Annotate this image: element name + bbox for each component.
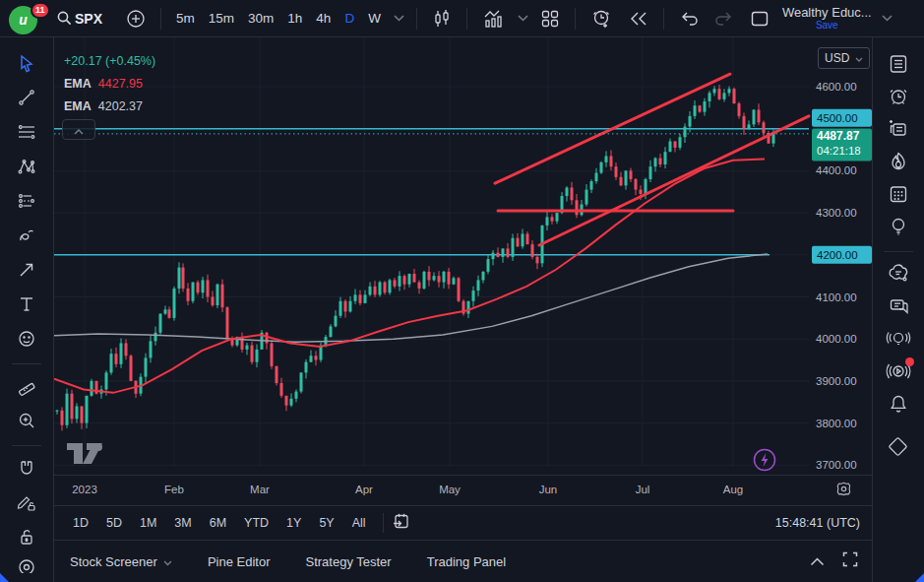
magnet-mode-button[interactable] — [8, 452, 45, 486]
chart-grid — [54, 37, 809, 467]
chevron-down-icon — [882, 15, 893, 22]
emoji-tool-button[interactable] — [8, 323, 45, 357]
object-tree-button[interactable] — [881, 435, 916, 457]
eye-icon — [17, 555, 36, 573]
legend-collapse-button[interactable] — [62, 119, 95, 140]
hotlists-button[interactable] — [881, 147, 916, 179]
time-axis-label: Feb — [164, 484, 184, 495]
layout-grid-button[interactable] — [533, 4, 567, 33]
create-alert-button[interactable] — [584, 4, 620, 33]
range-1y[interactable]: 1Y — [277, 513, 310, 533]
streams-button[interactable] — [881, 324, 916, 356]
range-5d[interactable]: 5D — [97, 513, 131, 533]
svg-text:4600.00: 4600.00 — [816, 81, 857, 93]
live-indicator-dot — [905, 357, 914, 366]
measure-tool-button[interactable] — [8, 370, 45, 405]
range-5y[interactable]: 5Y — [310, 513, 342, 533]
save-link[interactable]: Save — [816, 19, 838, 32]
resize-corner-handle[interactable] — [0, 573, 9, 582]
watchlist-button[interactable] — [881, 49, 916, 82]
drawing-mode-lock-button[interactable] — [8, 486, 45, 521]
timeframe-W[interactable]: W — [361, 11, 388, 26]
zoom-in-tool-button[interactable] — [8, 405, 45, 439]
indicator-templates-button[interactable] — [515, 4, 531, 33]
private-chats-button[interactable] — [881, 291, 916, 324]
range-button-group: 1D5D1M3M6MYTD1Y5YAll — [64, 513, 375, 533]
svg-text:4200.00: 4200.00 — [817, 249, 858, 261]
ema-slow-legend-row[interactable]: EMA4202.37 — [64, 96, 155, 118]
arrow-marker-tool-button[interactable] — [8, 254, 45, 289]
notification-count-badge: 11 — [31, 2, 50, 19]
calendar-button[interactable] — [881, 179, 916, 212]
time-axis-label: May — [439, 484, 461, 495]
magnifier-plus-icon — [17, 411, 36, 434]
arrow-up-right-icon — [17, 260, 36, 284]
minds-button[interactable] — [881, 259, 916, 291]
go-to-date-button[interactable] — [392, 512, 410, 535]
svg-text:4100.00: 4100.00 — [816, 291, 857, 303]
tab-stock-screener[interactable]: Stock Screener — [70, 554, 172, 569]
watchlist-icon — [888, 53, 909, 79]
price-chart[interactable]: 4600.004400.004300.004100.004000.003900.… — [54, 37, 872, 475]
chart-style-button[interactable] — [425, 4, 459, 33]
save-layout-icon-button[interactable] — [743, 4, 776, 33]
smiley-icon — [17, 329, 36, 353]
xabcd-pattern-icon — [17, 157, 36, 180]
tradingview-app: u 11 SPX 5m15m30m1h4hDW — [0, 0, 924, 582]
forecast-icon — [17, 191, 36, 215]
bar-replay-button[interactable] — [622, 4, 655, 33]
pattern-tool-button[interactable] — [8, 151, 45, 185]
range-3m[interactable]: 3M — [165, 513, 200, 533]
tab-strategy-tester[interactable]: Strategy Tester — [305, 554, 391, 569]
hide-drawings-button[interactable] — [8, 555, 45, 573]
chart-canvas[interactable]: 4600.004400.004300.004100.004000.003900.… — [54, 37, 872, 475]
ema-fast-legend-row[interactable]: EMA4427.95 — [64, 73, 155, 96]
range-ytd[interactable]: YTD — [235, 513, 277, 533]
svg-text:3900.00: 3900.00 — [816, 375, 857, 387]
symbol-search-button[interactable]: SPX — [49, 4, 117, 33]
range-1m[interactable]: 1M — [131, 513, 165, 533]
range-1d[interactable]: 1D — [64, 513, 97, 533]
fib-retracement-tool-button[interactable] — [8, 116, 45, 151]
timeframe-dropdown-button[interactable] — [390, 4, 408, 33]
timeframe-15m[interactable]: 15m — [202, 11, 241, 26]
calendar-dots-icon — [888, 183, 909, 209]
session-clock[interactable]: 15:48:41 (UTC) — [775, 516, 860, 530]
text-tool-button[interactable] — [8, 289, 45, 323]
layout-dropdown-button[interactable] — [878, 4, 896, 33]
boost-flash-icon[interactable] — [755, 450, 775, 471]
timeframe-5m[interactable]: 5m — [169, 11, 202, 26]
live-streams-button[interactable] — [881, 356, 916, 389]
maximize-panel-button[interactable] — [842, 551, 858, 571]
currency-select[interactable]: USD — [818, 47, 870, 69]
lock-all-drawings-button[interactable] — [8, 521, 45, 555]
compare-add-symbol-button[interactable] — [119, 4, 153, 33]
tab-pine-editor[interactable]: Pine Editor — [208, 554, 271, 569]
forecast-tool-button[interactable] — [8, 185, 45, 220]
expand-panel-button[interactable] — [810, 552, 825, 570]
notifications-button[interactable] — [881, 389, 916, 421]
trend-line-tool-button[interactable] — [8, 82, 45, 116]
timeframe-4h[interactable]: 4h — [309, 11, 338, 26]
ideas-button[interactable] — [881, 212, 916, 244]
time-axis[interactable]: 2023FebMarAprMayJunJulAug — [54, 475, 872, 505]
resize-corner-handle[interactable] — [915, 573, 924, 582]
alerts-button[interactable] — [881, 82, 916, 114]
indicators-button[interactable] — [475, 4, 513, 33]
timeframe-30m[interactable]: 30m — [241, 11, 280, 26]
cursor-tool-button[interactable] — [8, 47, 45, 82]
layout-name-button[interactable]: Wealthy Educ... Save — [778, 4, 876, 33]
range-6m[interactable]: 6M — [201, 513, 235, 533]
brush-tool-button[interactable] — [8, 220, 45, 254]
undo-button[interactable] — [672, 4, 706, 33]
candlestick-icon — [432, 8, 452, 30]
tab-trading-panel[interactable]: Trading Panel — [427, 554, 506, 569]
notes-button[interactable] — [881, 114, 916, 147]
timeframe-D[interactable]: D — [338, 11, 361, 26]
range-all[interactable]: All — [343, 513, 375, 533]
timeframe-1h[interactable]: 1h — [280, 11, 309, 26]
axis-settings-gear-icon[interactable] — [835, 481, 852, 501]
redo-button[interactable] — [708, 4, 741, 33]
search-icon — [56, 10, 73, 27]
account-menu-button[interactable]: u 11 — [4, 2, 47, 35]
